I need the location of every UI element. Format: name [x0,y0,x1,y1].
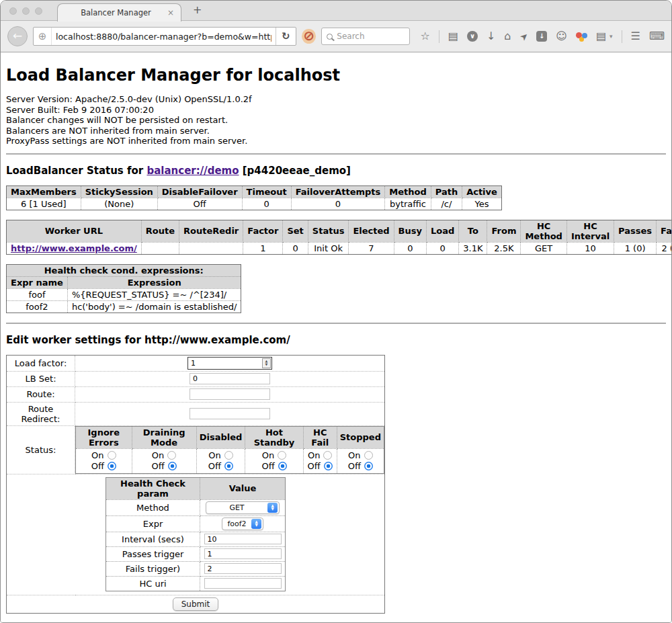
stopped-cell: On Off [337,448,384,473]
cell-busy: 0 [394,242,426,254]
keyboard-extension-icon[interactable]: ⌨ [649,31,665,42]
cell-hc-method: GET [521,242,566,254]
hc-uri-input[interactable] [204,578,282,589]
save-page-icon[interactable]: ↓ [536,31,547,42]
balancer-demo-link[interactable]: balancer://demo [146,165,239,177]
window-minimize-button[interactable] [22,7,30,15]
worker-table: Worker URL Route RouteRedir Factor Set S… [6,220,671,255]
lb-set-input[interactable] [190,373,270,384]
downloads-icon[interactable]: ↓ [487,31,495,42]
search-input[interactable] [337,32,397,41]
hc-fails-label: Fails trigger) [106,561,200,576]
page-content: Load Balancer Manager for localhost Serv… [1,52,671,622]
reload-icon[interactable]: ↻ [276,28,296,45]
load-factor-input[interactable] [188,359,262,368]
cell-to: 3.1K [459,242,487,254]
menu-hamburger-icon[interactable]: ☰ [631,31,640,42]
table-header-row: Ignore Errors Draining Mode Disabled Hot… [76,426,384,448]
col-from: From [487,220,521,242]
on-label: On [152,450,164,460]
form-row-hc-params: Health Check param Value Method GET▲▼ Ex… [7,474,385,595]
col-active: Active [462,185,502,198]
window-zoom-button[interactable] [35,7,42,15]
off-label: Off [91,461,104,471]
hc-interval-input[interactable] [204,534,282,544]
hc-fails-row: Fails trigger) [106,561,286,576]
status-options-table: Ignore Errors Draining Mode Disabled Hot… [75,426,384,474]
route-label: Route: [7,386,75,402]
table-header-row: MaxMembers StickySession DisableFailover… [7,185,502,198]
hc-expr-select[interactable]: foof2▲▼ [222,517,263,530]
heading-prefix: LoadBalancer Status for [6,165,146,177]
col-stickysession: StickySession [81,185,157,198]
table-row: 6 [1 Used] (None) Off 0 0 bytraffic /c/ … [7,198,502,210]
hc-passes-input[interactable] [204,548,282,559]
hot-standby-cell: On Off [245,448,303,473]
hc-method-select[interactable]: GET▲▼ [206,501,280,514]
hot-standby-on-radio[interactable] [278,451,286,460]
stopped-on-radio[interactable] [364,451,373,460]
worker-url-link[interactable]: http://www.example.com/ [11,243,137,253]
col-set: Set [283,220,308,242]
url-input[interactable] [52,28,276,45]
disabled-cell: On Off [196,448,245,473]
table-header-row: Expr name Expression [7,276,241,288]
reading-list-icon[interactable]: ▤ [448,31,458,42]
disabled-on-radio[interactable] [224,451,233,460]
hc-fail-on-radio[interactable] [323,451,332,460]
content-blocker-icon[interactable]: ⊘ [302,29,317,44]
number-stepper-icon[interactable]: ▲▼ [262,358,271,368]
tab-balancer-manager[interactable]: Balancer Manager × [57,3,181,22]
cell-route [141,242,179,254]
draining-mode-off-radio[interactable] [168,462,177,470]
tab-strip: Balancer Manager × + [1,1,671,21]
back-button[interactable]: ← [7,26,28,46]
col-method: Method [385,185,431,198]
draining-mode-cell: On Off [132,448,196,473]
site-identity-globe-icon[interactable]: ⊕ [34,28,52,45]
route-input[interactable] [190,388,270,400]
stopped-off-radio[interactable] [364,462,373,470]
clipboard-extension-icon[interactable]: ▤ [596,31,606,42]
hc-passes-label: Passes trigger [106,546,200,561]
draining-mode-on-radio[interactable] [167,451,176,460]
route-redirect-input[interactable] [190,408,270,419]
col-disablefailover: DisableFailover [157,185,242,198]
url-bar: ⊕ ↻ [33,27,296,46]
cell-set: 0 [283,242,308,254]
hot-standby-off-radio[interactable] [278,462,287,470]
ignore-errors-on-radio[interactable] [108,451,116,460]
send-tab-icon[interactable]: ➤ [517,30,530,43]
hc-interval-label: Interval (secs) [106,532,200,546]
feedback-smiley-icon[interactable]: ☺ [556,31,567,42]
new-tab-button[interactable]: + [193,3,202,16]
hc-expressions-table: Health check cond. expressions: Expr nam… [6,264,241,313]
server-version-line: Server Version: Apache/2.5.0-dev (Unix) … [6,94,666,105]
col-worker-url: Worker URL [7,220,142,242]
col-ignore-errors: Ignore Errors [76,426,132,448]
hc-fail-off-radio[interactable] [324,462,333,470]
col-path: Path [431,185,462,198]
tab-close-icon[interactable]: × [167,8,174,17]
submit-button[interactable]: Submit [173,597,219,611]
disabled-off-radio[interactable] [224,462,233,470]
ignore-errors-off-radio[interactable] [108,462,116,470]
window-close-button[interactable] [9,7,17,15]
chevron-down-icon[interactable]: ▾ [610,33,613,40]
pocket-icon[interactable]: ∨ [467,31,478,42]
col-load: Load [426,220,458,242]
cell-elected: 7 [349,242,394,254]
balancer-status-table: MaxMembers StickySession DisableFailover… [6,185,502,210]
form-row-route-redirect: Route Redirect: [7,402,385,425]
off-label: Off [208,461,221,471]
hc-passes-row: Passes trigger [106,546,286,561]
health-check-params-table: Health Check param Value Method GET▲▼ Ex… [106,477,286,591]
hc-fails-input[interactable] [204,563,282,574]
bookmark-star-icon[interactable]: ☆ [420,31,429,42]
home-icon[interactable]: ⌂ [504,31,511,42]
col-route: Route [141,220,179,242]
lb-set-label: LB Set: [7,371,75,386]
cell-active: Yes [462,198,502,210]
extension-colored-dots-icon[interactable] [576,31,587,42]
route-redirect-label: Route Redirect: [7,402,75,425]
